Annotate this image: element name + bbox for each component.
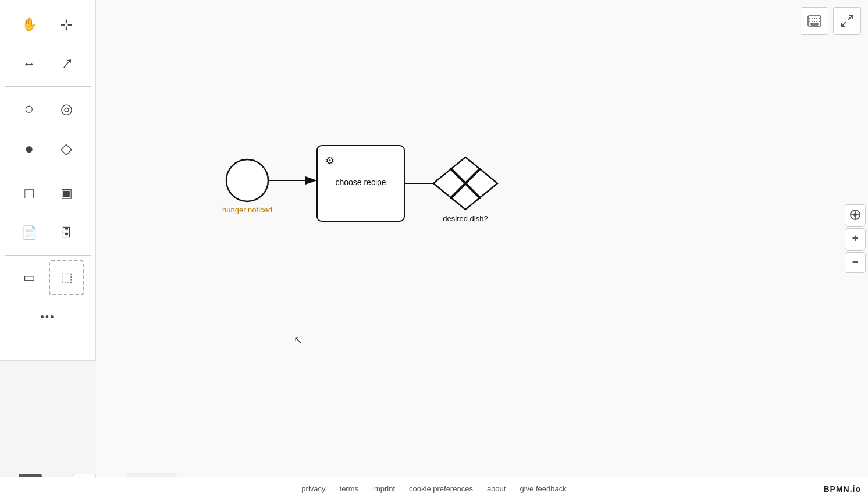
cookie-preferences-link[interactable]: cookie preferences <box>409 484 473 493</box>
give-feedback-link[interactable]: give feedback <box>520 484 566 493</box>
zoom-divider-2 <box>847 250 863 251</box>
start-event-label: hunger noticed <box>222 205 272 214</box>
footer-links: privacy terms imprint cookie preferences… <box>301 484 566 493</box>
privacy-link[interactable]: privacy <box>301 484 325 493</box>
zoom-in-button[interactable]: + <box>845 228 866 249</box>
gateway-tool[interactable]: ◇ <box>49 131 84 166</box>
sidebar: ✋ ⊹ ↔ ↗ ○ ◎ ● ◇ □ ▣ 📄 🗄 ▭ ⬚ ••• <box>0 0 96 361</box>
divider-3 <box>5 255 91 256</box>
zoom-controls: + − <box>842 201 868 276</box>
canvas[interactable]: hunger noticed ⚙ choose recipe desired d… <box>96 0 868 477</box>
hand-tool[interactable]: ✋ <box>12 7 47 42</box>
terms-link[interactable]: terms <box>340 484 359 493</box>
about-link[interactable]: about <box>487 484 506 493</box>
svg-point-18 <box>854 214 856 216</box>
divider-2 <box>5 171 91 171</box>
start-event-node[interactable] <box>226 159 268 201</box>
select-tool[interactable]: ⊹ <box>49 7 84 42</box>
brand-logo: BPMN.io <box>823 484 861 494</box>
data-object-tool[interactable]: 📄 <box>12 215 47 250</box>
gateway-label: desired dish? <box>443 214 488 223</box>
divider-1 <box>5 86 91 87</box>
group-tool[interactable]: ⬚ <box>49 260 84 295</box>
zoom-reset-button[interactable] <box>845 204 866 225</box>
task-label: choose recipe <box>335 178 386 187</box>
subprocess-tool[interactable]: ▣ <box>49 176 84 211</box>
bpmn-diagram[interactable]: hunger noticed ⚙ choose recipe desired d… <box>96 0 868 477</box>
start-event-tool[interactable]: ○ <box>12 91 47 126</box>
imprint-link[interactable]: imprint <box>372 484 395 493</box>
resize-tool[interactable]: ↔ <box>12 47 47 81</box>
footer: privacy terms imprint cookie preferences… <box>0 477 868 500</box>
zoom-out-button[interactable]: − <box>845 252 866 273</box>
end-event-tool[interactable]: ● <box>12 131 47 166</box>
intermediate-event-tool[interactable]: ◎ <box>49 91 84 126</box>
task-tool[interactable]: □ <box>12 176 47 211</box>
zoom-divider-1 <box>847 226 863 227</box>
task-gear-icon: ⚙ <box>325 155 335 166</box>
data-store-tool[interactable]: 🗄 <box>49 215 84 250</box>
connect-tool[interactable]: ↗ <box>46 44 87 84</box>
more-tools[interactable]: ••• <box>30 300 65 335</box>
cursor-indicator: ↖ <box>294 334 303 346</box>
pool-tool[interactable]: ▭ <box>12 260 47 295</box>
